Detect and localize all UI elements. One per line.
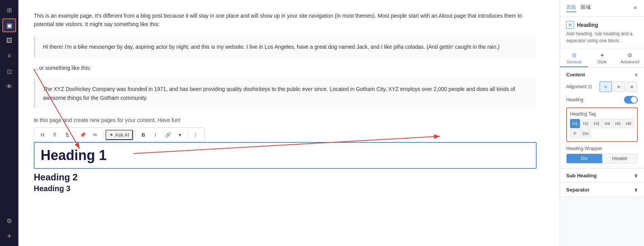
advanced-nav-icon: ⚙: [628, 52, 632, 58]
panel-nav: ⊟ General ✦ Style ⚙ Advanced: [560, 49, 644, 68]
intro-paragraph: This is an example page. It's different …: [34, 12, 537, 29]
toolbar-separator-1: [75, 131, 75, 139]
blocks-icon: ▣: [7, 22, 12, 29]
preview-icon: 👁: [6, 83, 12, 90]
sidebar-item-templates[interactable]: ⊡: [2, 64, 16, 78]
link-icon: 🔗: [165, 132, 171, 138]
block-toolbar: H ⠿ ⇅ 📌 ✏ ✦ Ask AI B I 🔗 ▾: [34, 127, 205, 142]
ask-ai-label: Ask AI: [115, 132, 129, 138]
grid-icon: ⊞: [7, 7, 12, 14]
pin-icon: 📌: [80, 132, 86, 138]
block-type-icon: H: [41, 132, 44, 138]
toolbar-separator-4: [188, 131, 188, 139]
content-section-body: Alignment ⊡ ≡ ≡ ≡ Heading Heading Tag H1: [560, 81, 644, 168]
tag-h3-button[interactable]: H3: [591, 119, 601, 128]
content-section-title: Content: [566, 72, 585, 78]
tag-p-button[interactable]: P: [570, 129, 580, 138]
heading-toggle-label: Heading: [566, 97, 583, 102]
chevron-down-icon: ▾: [179, 132, 181, 138]
heading-tag-buttons: H1 H2 H3 H4 H5 H6 P Div: [570, 119, 634, 138]
toolbar-separator-2: [103, 131, 103, 139]
alignment-icon: ⊡: [588, 84, 592, 89]
tab-style[interactable]: ✦ Style: [588, 49, 616, 67]
sub-heading-section: Sub Heading ∨: [560, 169, 644, 183]
heading-block[interactable]: Heading 1: [34, 142, 537, 169]
close-button[interactable]: ×: [633, 4, 638, 12]
move-button[interactable]: ⇅: [62, 129, 72, 140]
sidebar-item-blocks[interactable]: ▣: [2, 18, 16, 32]
wrapper-header-button[interactable]: Header: [602, 154, 638, 163]
tab-advanced[interactable]: ⚙ Advanced: [616, 49, 644, 67]
italic-button[interactable]: I: [150, 129, 161, 140]
tag-h2-button[interactable]: H2: [581, 119, 591, 128]
heading-toggle-row: Heading: [566, 96, 638, 104]
ai-icon: ✦: [109, 132, 113, 138]
language-tabs: 頁面 區域: [566, 4, 591, 12]
pen-icon: ✏: [93, 132, 97, 138]
more-options-button[interactable]: ⋮: [191, 129, 201, 140]
heading-1-text[interactable]: Heading 1: [41, 147, 530, 163]
wrapper-buttons: Div Header: [566, 154, 638, 163]
right-panel: 頁面 區域 × H Heading Add heading, sub headi…: [560, 0, 644, 246]
bold-button[interactable]: B: [138, 129, 149, 140]
sidebar-item-images[interactable]: 🖼: [2, 34, 16, 48]
separator-header[interactable]: Separator ∨: [560, 183, 644, 197]
content-section: Content ∧ Alignment ⊡ ≡ ≡ ≡ Heading: [560, 68, 644, 168]
arrows-updown-icon: ⇅: [65, 132, 69, 138]
or-text: …or something like this:: [34, 65, 537, 71]
tag-h6-button[interactable]: H6: [624, 119, 634, 128]
heading-tag-label: Heading Tag: [570, 111, 634, 117]
block-type-button[interactable]: H: [37, 129, 48, 140]
tag-div-button[interactable]: Div: [581, 129, 591, 138]
sub-heading-header[interactable]: Sub Heading ∨: [560, 169, 644, 183]
ask-ai-button[interactable]: ✦ Ask AI: [105, 130, 133, 140]
content-section-header[interactable]: Content ∧: [560, 68, 644, 81]
sidebar-item-grid[interactable]: ⊞: [2, 3, 16, 17]
chevron-up-icon: ∧: [634, 72, 638, 78]
wrapper-div-button[interactable]: Div: [567, 154, 602, 163]
lang-tab-page[interactable]: 頁面: [566, 4, 576, 12]
style-nav-label: Style: [597, 59, 606, 64]
sub-heading-label: Sub Heading: [566, 173, 596, 178]
block-icon: H: [566, 21, 574, 29]
drag-handle-button[interactable]: ⠿: [49, 129, 60, 140]
tag-h4-button[interactable]: H4: [602, 119, 612, 128]
block-description: Add heading, sub heading and a separator…: [566, 30, 638, 44]
drag-icon: ⠿: [53, 132, 57, 138]
block-info: H Heading Add heading, sub heading and a…: [560, 17, 644, 49]
italic-icon: I: [155, 132, 156, 138]
wrapper-label: Heading Wrapper: [566, 146, 638, 151]
sidebar-item-layers[interactable]: ≡: [2, 49, 16, 63]
alignment-buttons: ≡ ≡ ≡: [600, 81, 638, 92]
alignment-label: Alignment ⊡: [566, 84, 592, 89]
lang-tab-region[interactable]: 區域: [581, 4, 591, 12]
link-button[interactable]: 🔗: [163, 129, 173, 140]
style-nav-icon: ✦: [600, 52, 605, 58]
dropdown-button[interactable]: ▾: [175, 129, 186, 140]
sidebar-item-settings[interactable]: ⚙: [2, 214, 16, 228]
blockquote-1: Hi there! I'm a bike messenger by day, a…: [34, 36, 537, 57]
general-nav-label: General: [567, 59, 582, 64]
blockquote-2: The XYZ Doohickey Company was founded in…: [34, 79, 537, 108]
align-right-button[interactable]: ≡: [626, 81, 638, 92]
toolbar-separator-3: [135, 131, 136, 139]
align-left-button[interactable]: ≡: [600, 81, 612, 92]
chevron-down-separator-icon: ∨: [634, 187, 638, 193]
bold-icon: B: [141, 132, 145, 138]
tab-general[interactable]: ⊟ General: [560, 49, 588, 67]
templates-icon: ⊡: [7, 68, 12, 75]
align-center-button[interactable]: ≡: [613, 81, 625, 92]
block-title: Heading: [577, 22, 598, 28]
heading-toggle[interactable]: [624, 96, 638, 104]
heading-3-text: Heading 3: [34, 184, 537, 193]
chevron-down-subheading-icon: ∨: [634, 173, 638, 178]
pin-button[interactable]: 📌: [77, 129, 88, 140]
pen-button[interactable]: ✏: [90, 129, 100, 140]
heading-2-text: Heading 2: [34, 172, 537, 183]
heading-tag-section: Heading Tag H1 H2 H3 H4 H5 H6 P Div: [566, 107, 638, 142]
add-button[interactable]: +: [2, 229, 16, 243]
tag-h1-button[interactable]: H1: [570, 119, 580, 128]
sidebar-item-preview[interactable]: 👁: [2, 80, 16, 94]
tag-h5-button[interactable]: H5: [613, 119, 623, 128]
blockquote-2-text: The XYZ Doohickey Company was founded in…: [43, 85, 529, 102]
